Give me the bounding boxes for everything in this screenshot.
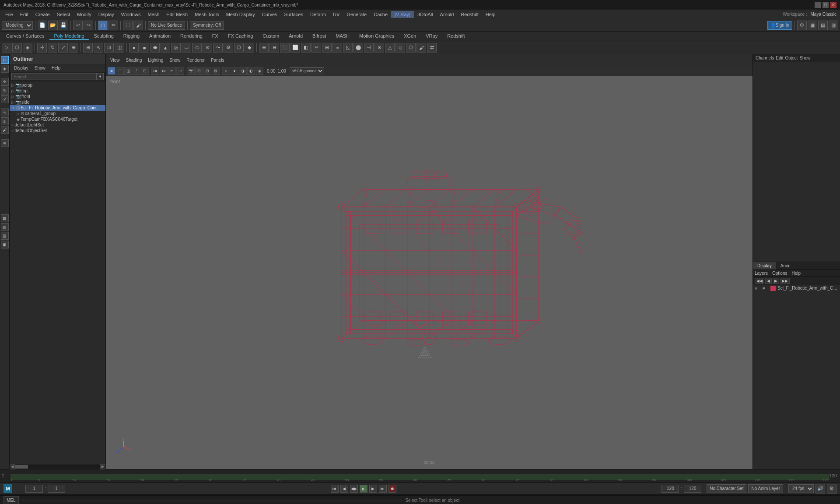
select-hierarchy-btn[interactable]: ⬡ bbox=[12, 43, 22, 52]
edit-tab[interactable]: Edit bbox=[776, 56, 783, 60]
separate-btn[interactable]: ⊖ bbox=[270, 43, 279, 52]
sculpt-tool-left[interactable]: 🖌 bbox=[1, 126, 9, 134]
layout-btn2[interactable]: ▤ bbox=[818, 21, 828, 30]
vp-icon-solid[interactable]: ■ bbox=[108, 67, 116, 75]
vp-icon-hud[interactable]: ⊠ bbox=[212, 67, 220, 75]
outliner-item-tempcam[interactable]: ◆ TempCamFBXASC046Target bbox=[10, 116, 105, 122]
fps-select[interactable]: 24 fps bbox=[788, 484, 814, 493]
menu-redshift[interactable]: Redshift bbox=[457, 11, 482, 18]
gear-mesh-btn[interactable]: ⚙ bbox=[224, 43, 233, 52]
menu-vray[interactable]: [V-Ray] bbox=[391, 11, 414, 18]
quick-layout-btn3[interactable]: ▥ bbox=[1, 232, 9, 240]
undo-btn[interactable]: ↩ bbox=[73, 21, 83, 30]
select-tool-btn[interactable]: ▷ bbox=[1, 56, 9, 64]
retopo-btn[interactable]: ⬡ bbox=[406, 43, 416, 52]
sphere-btn[interactable]: ● bbox=[129, 43, 139, 52]
show-manip-left[interactable]: ⊕ bbox=[1, 139, 9, 147]
scale-tool-btn[interactable]: ⤢ bbox=[58, 43, 68, 52]
tab-fx-caching[interactable]: FX Caching bbox=[224, 32, 257, 40]
range-start-input[interactable] bbox=[662, 485, 679, 493]
torus-btn[interactable]: ◎ bbox=[171, 43, 181, 52]
vp-icon-light1[interactable]: ○ bbox=[222, 67, 230, 75]
show-tab[interactable]: Show bbox=[799, 56, 810, 60]
paint-btn[interactable]: 🖌 bbox=[133, 21, 143, 30]
no-character-set-btn[interactable]: No Character Set bbox=[707, 484, 746, 493]
go-to-end-btn[interactable]: ⏭ bbox=[379, 485, 387, 493]
vp-icon-prev-frame[interactable]: ⏮ bbox=[151, 67, 159, 75]
snap-point-btn[interactable]: ⊡ bbox=[104, 43, 114, 52]
layer-nav-prev[interactable]: ◀◀ bbox=[755, 278, 764, 284]
cone-btn[interactable]: ▲ bbox=[161, 43, 170, 52]
remesh-btn[interactable]: ◇ bbox=[396, 43, 405, 52]
play-fwd-btn[interactable]: ▶ bbox=[360, 485, 368, 493]
pipe-btn[interactable]: ⊙ bbox=[203, 43, 212, 52]
menu-modify[interactable]: Modify bbox=[74, 11, 94, 18]
quick-layout-btn1[interactable]: ▦ bbox=[1, 214, 9, 222]
menu-help[interactable]: Help bbox=[482, 11, 499, 18]
outliner-item-scifi[interactable]: ▼ ⊞ Sci_Fi_Robotic_Arm_with_Cargo_Cont bbox=[10, 105, 105, 111]
tab-vray[interactable]: VRay bbox=[421, 32, 442, 40]
menu-arnold[interactable]: Arnold bbox=[437, 11, 458, 18]
crease-btn[interactable]: ≈ bbox=[332, 43, 342, 52]
redo-btn[interactable]: ↪ bbox=[84, 21, 93, 30]
display-tab[interactable]: Display bbox=[753, 262, 776, 270]
new-file-btn[interactable]: 📄 bbox=[38, 21, 47, 30]
layout-btn3[interactable]: ▥ bbox=[829, 21, 838, 30]
tab-fx[interactable]: FX bbox=[208, 32, 223, 40]
color-profile-select[interactable]: sRGB gamma bbox=[290, 67, 324, 74]
vp-menu-lighting[interactable]: Lighting bbox=[145, 57, 166, 63]
boolean-btn[interactable]: ⊗ bbox=[374, 43, 384, 52]
transfer-attr-btn[interactable]: ⇄ bbox=[427, 43, 437, 52]
tab-bifrost[interactable]: Bifrost bbox=[308, 32, 330, 40]
snap-curve-btn[interactable]: ∿ bbox=[94, 43, 103, 52]
start-frame-input[interactable] bbox=[48, 485, 65, 493]
outliner-menu-help[interactable]: Help bbox=[49, 65, 63, 71]
connect-btn[interactable]: ⊞ bbox=[322, 43, 332, 52]
vp-icon-resolution[interactable]: ⊞ bbox=[195, 67, 203, 75]
move-tool-btn[interactable]: ✛ bbox=[37, 43, 47, 52]
outliner-item-lightset[interactable]: ○ defaultLightSet bbox=[10, 122, 105, 128]
anim-tab[interactable]: Anim bbox=[776, 262, 795, 270]
mel-label[interactable]: MEL bbox=[4, 496, 19, 504]
vp-menu-renderer[interactable]: Renderer bbox=[184, 57, 207, 63]
menu-cache[interactable]: Cache bbox=[370, 11, 391, 18]
plane-btn[interactable]: ▭ bbox=[182, 43, 191, 52]
minimize-button[interactable]: — bbox=[815, 2, 821, 8]
select-component-btn[interactable]: ◈ bbox=[23, 43, 32, 52]
close-button[interactable]: ✕ bbox=[830, 2, 836, 8]
current-frame-input[interactable] bbox=[25, 485, 43, 493]
surface-tool-left[interactable]: ◫ bbox=[1, 117, 9, 125]
vp-icon-camera[interactable]: 📷 bbox=[187, 67, 195, 75]
tab-custom[interactable]: Custom bbox=[258, 32, 284, 40]
tab-poly-modeling[interactable]: Poly Modeling bbox=[49, 32, 88, 40]
layer-nav-back[interactable]: ◀ bbox=[765, 278, 772, 284]
step-fwd-btn[interactable]: ▶ bbox=[369, 485, 377, 493]
select-mode-btn[interactable]: ◻ bbox=[98, 21, 108, 30]
vp-icon-xray[interactable]: ◐ bbox=[247, 67, 255, 75]
module-select[interactable]: Modeling bbox=[2, 21, 33, 30]
timeline-bar[interactable]: 1 15101520253035404550556065707580859095… bbox=[0, 469, 840, 483]
reduce-btn[interactable]: △ bbox=[385, 43, 395, 52]
play-back-btn[interactable]: ◀▶ bbox=[350, 485, 358, 493]
outliner-item-persp[interactable]: ▷ 📷 persp bbox=[10, 82, 105, 88]
multi-cut-btn[interactable]: ✂ bbox=[312, 43, 321, 52]
quick-layout-btn2[interactable]: ▤ bbox=[1, 223, 9, 231]
cube-btn[interactable]: ■ bbox=[140, 43, 149, 52]
scroll-handle[interactable] bbox=[15, 465, 28, 469]
vp-icon-grid[interactable]: ⊟ bbox=[203, 67, 211, 75]
menu-file[interactable]: File bbox=[2, 11, 17, 18]
snap-surface-btn[interactable]: ◫ bbox=[115, 43, 124, 52]
scroll-left-btn[interactable]: ◀ bbox=[10, 464, 15, 469]
outliner-item-front[interactable]: ▷ 📷 front bbox=[10, 94, 105, 99]
tab-animation[interactable]: Animation bbox=[145, 32, 175, 40]
lasso-btn[interactable]: 〇 bbox=[123, 21, 133, 30]
menu-display[interactable]: Display bbox=[95, 11, 118, 18]
curve-tool-left[interactable]: ∿ bbox=[1, 108, 9, 116]
step-back-btn[interactable]: ◀ bbox=[340, 485, 348, 493]
vp-icon-wireframe[interactable]: □ bbox=[116, 67, 124, 75]
tab-xgen[interactable]: XGen bbox=[399, 32, 420, 40]
auto-key-btn[interactable]: ⏺ bbox=[388, 485, 396, 493]
scale-tool-left[interactable]: ⤢ bbox=[1, 95, 9, 103]
tab-rigging[interactable]: Rigging bbox=[119, 32, 144, 40]
soccer-ball-btn[interactable]: ⬡ bbox=[234, 43, 244, 52]
